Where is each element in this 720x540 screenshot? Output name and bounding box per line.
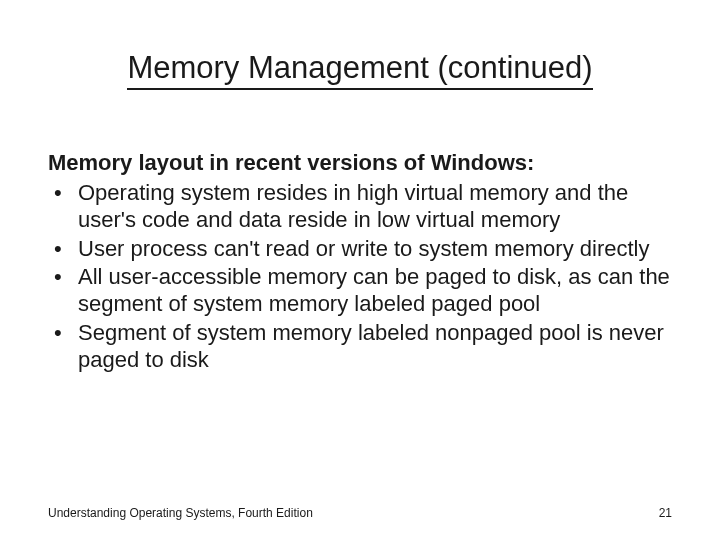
content: Memory layout in recent versions of Wind… <box>48 150 672 374</box>
bullet-item: All user-accessible memory can be paged … <box>48 264 672 318</box>
bullet-item: Operating system resides in high virtual… <box>48 180 672 234</box>
bullet-item: Segment of system memory labeled nonpage… <box>48 320 672 374</box>
bullet-item: User process can't read or write to syst… <box>48 236 672 263</box>
slide-title: Memory Management (continued) <box>127 50 592 90</box>
footer: Understanding Operating Systems, Fourth … <box>48 506 672 520</box>
footer-source: Understanding Operating Systems, Fourth … <box>48 506 313 520</box>
title-wrap: Memory Management (continued) <box>48 50 672 90</box>
subheading: Memory layout in recent versions of Wind… <box>48 150 672 176</box>
slide: Memory Management (continued) Memory lay… <box>0 0 720 540</box>
page-number: 21 <box>659 506 672 520</box>
bullet-list: Operating system resides in high virtual… <box>48 180 672 374</box>
